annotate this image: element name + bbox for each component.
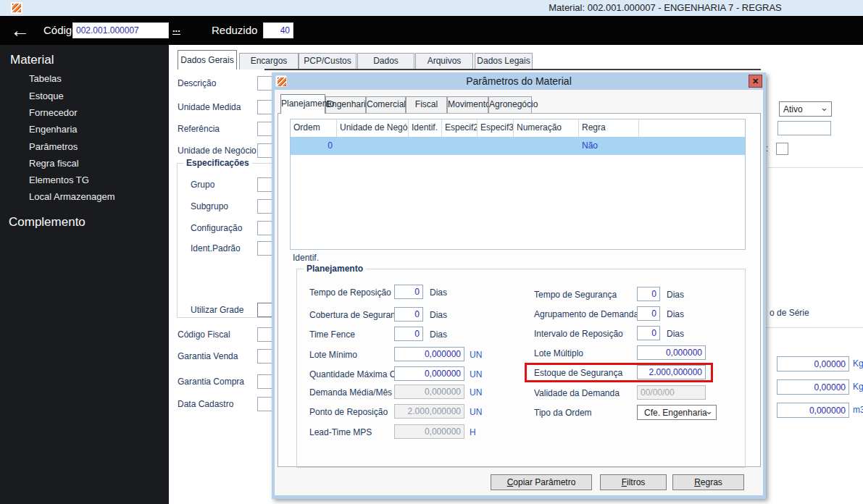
- dtab-fiscal[interactable]: Fiscal: [406, 96, 447, 113]
- peso-liquido-field[interactable]: [777, 379, 849, 395]
- lote-minimo-unit: UN: [470, 350, 482, 360]
- app-icon: [10, 1, 23, 14]
- volume-field[interactable]: [777, 403, 849, 418]
- tab-encargos[interactable]: Encargos: [239, 53, 299, 70]
- tab-dados-gerais[interactable]: Dados Gerais: [178, 50, 237, 70]
- lote-minimo-field[interactable]: [394, 347, 464, 361]
- serie-label: o de Série: [770, 308, 809, 318]
- lote-minimo-label: Lote Mínimo: [309, 350, 357, 360]
- agrupamento-demandas-unit: Dias: [667, 309, 684, 319]
- sidebar-item-engenharia[interactable]: Engenharia: [29, 124, 78, 135]
- dtab-planejamento[interactable]: Planejamento: [280, 94, 325, 114]
- demanda-media-field: [394, 385, 464, 399]
- tab-pcp-custos[interactable]: PCP/Custos: [299, 53, 357, 70]
- sidebar-item-regra-fiscal[interactable]: Regra fiscal: [29, 158, 79, 169]
- cell-ordem: 0: [291, 137, 337, 155]
- tempo-reposicao-label: Tempo de Reposição: [309, 287, 391, 298]
- ponto-reposicao-field: [394, 404, 464, 419]
- quantidade-maxima-unit: UN: [470, 369, 482, 379]
- intervalo-reposicao-field[interactable]: [637, 326, 660, 340]
- garantia-compra-label: Garantia Compra: [178, 377, 244, 387]
- tab-dados-adicionais[interactable]: Dados Adicionais: [357, 53, 414, 70]
- reduzido-input[interactable]: [263, 22, 293, 38]
- dtab-movimentos[interactable]: Movimentos: [447, 96, 488, 113]
- lookup-ellipsis-button[interactable]: ...: [172, 24, 180, 35]
- col-identif[interactable]: Identif.: [409, 119, 442, 137]
- grid-header: Ordem Unidade de Negócio Identif. Especi…: [291, 119, 745, 137]
- status-dropdown[interactable]: Ativo ⌄: [779, 101, 832, 117]
- tipo-ordem-value: Cfe. Engenharia: [644, 408, 707, 418]
- tempo-reposicao-field[interactable]: [394, 285, 423, 299]
- peso-liquido-unit: Kg: [853, 382, 863, 392]
- filtros-button[interactable]: Filtros: [600, 474, 667, 490]
- sidebar-section-material[interactable]: Material: [10, 53, 54, 67]
- ident-padrao-label: Ident.Padrão: [191, 243, 241, 253]
- right-empty-field[interactable]: [777, 121, 831, 135]
- data-cadastro-label: Data Cadastro: [178, 399, 233, 409]
- subgrupo-label: Subgrupo: [191, 201, 228, 211]
- copiar-parametro-button[interactable]: Copiar Parâmetro: [491, 474, 592, 490]
- cobertura-seguranca-field[interactable]: [394, 307, 423, 322]
- validade-demanda-label: Validade da Demanda: [534, 388, 620, 398]
- col-ordem[interactable]: Ordem: [291, 119, 337, 137]
- col-especif2[interactable]: Especif2: [442, 119, 478, 137]
- chevron-down-icon: ⌄: [820, 102, 828, 113]
- sidebar-item-local-armazenagem[interactable]: Local Armazenagem: [29, 191, 115, 202]
- tab-dados-legais[interactable]: Dados Legais: [475, 53, 533, 70]
- parametros-grid: Ordem Unidade de Negócio Identif. Especi…: [290, 119, 746, 250]
- agrupamento-demandas-label: Agrupamento de Demandas: [534, 309, 643, 319]
- col-numeracao[interactable]: Numeração: [514, 119, 579, 137]
- codigo-input[interactable]: [72, 22, 169, 38]
- sidebar-item-estoque[interactable]: Estoque: [29, 91, 64, 101]
- time-fence-unit: Dias: [430, 329, 447, 340]
- close-icon[interactable]: ✕: [749, 75, 762, 88]
- tempo-seguranca-field[interactable]: [637, 287, 660, 301]
- quantidade-maxima-field[interactable]: [394, 366, 464, 381]
- right-checkbox[interactable]: [776, 143, 788, 155]
- lote-multiplo-field[interactable]: [637, 345, 706, 360]
- dialog-tab-panel: Ordem Unidade de Negócio Identif. Especi…: [278, 113, 761, 467]
- status-value: Ativo: [783, 104, 803, 114]
- sidebar-item-parametros[interactable]: Parâmetros: [29, 141, 78, 152]
- chevron-down-icon: ⌄: [705, 406, 713, 416]
- unidade-medida-label: Unidade Medida: [178, 102, 241, 112]
- back-icon[interactable]: ←: [10, 16, 30, 45]
- col-unidade-negocio[interactable]: Unidade de Negócio: [337, 119, 409, 137]
- volume-unit: m3: [853, 405, 863, 415]
- app-icon-glyph: [12, 4, 21, 12]
- sidebar-section-complemento[interactable]: Complemento: [9, 215, 86, 230]
- window-titlebar: Material: 002.001.000007 - ENGENHARIA 7 …: [0, 0, 863, 16]
- dialog-titlebar: Parâmetros do Material ✕: [272, 72, 766, 90]
- col-regra[interactable]: Regra: [579, 119, 639, 137]
- especificacoes-legend: Especificações: [183, 158, 252, 168]
- right-divider-serie: [765, 327, 863, 328]
- tipo-ordem-dropdown[interactable]: Cfe. Engenharia ⌄: [637, 405, 717, 420]
- peso-bruto-unit: Kg: [853, 358, 863, 369]
- sidebar-item-fornecedor[interactable]: Fornecedor: [29, 107, 77, 118]
- peso-bruto-field[interactable]: [777, 356, 849, 371]
- demanda-media-unit: UN: [470, 387, 482, 398]
- agrupamento-demandas-field[interactable]: [637, 306, 660, 321]
- sidebar-item-elementos-tg[interactable]: Elementos TG: [29, 175, 89, 185]
- validade-demanda-field: [637, 385, 706, 400]
- time-fence-field[interactable]: [394, 327, 423, 341]
- dtab-comercial[interactable]: Comercial: [366, 96, 406, 113]
- cobertura-seguranca-label: Cobertura de Segurança: [309, 310, 404, 320]
- grupo-label: Grupo: [191, 180, 214, 190]
- ponto-reposicao-unit: UN: [470, 407, 482, 417]
- lote-multiplo-label: Lote Múltiplo: [534, 348, 583, 358]
- dtab-agronegocio[interactable]: Agronegócio: [488, 96, 532, 113]
- regras-button[interactable]: Regras: [672, 474, 744, 490]
- col-especif3[interactable]: Especif3: [478, 119, 514, 137]
- ponto-reposicao-label: Ponto de Reposição: [309, 407, 388, 417]
- unidade-negocio-label: Unidade de Negócio: [178, 146, 257, 156]
- tipo-ordem-label: Tipo da Ordem: [534, 408, 592, 418]
- sidebar: Material Tabelas Estoque Fornecedor Enge…: [0, 45, 169, 504]
- referencia-label: Referência: [178, 124, 220, 134]
- estoque-seguranca-field[interactable]: [637, 365, 706, 379]
- tab-arquivos[interactable]: Arquivos: [415, 53, 473, 70]
- tab-divider: [264, 69, 761, 70]
- grid-selected-row[interactable]: 0 Não: [291, 137, 745, 155]
- intervalo-reposicao-unit: Dias: [667, 329, 684, 339]
- sidebar-item-tabelas[interactable]: Tabelas: [29, 73, 62, 84]
